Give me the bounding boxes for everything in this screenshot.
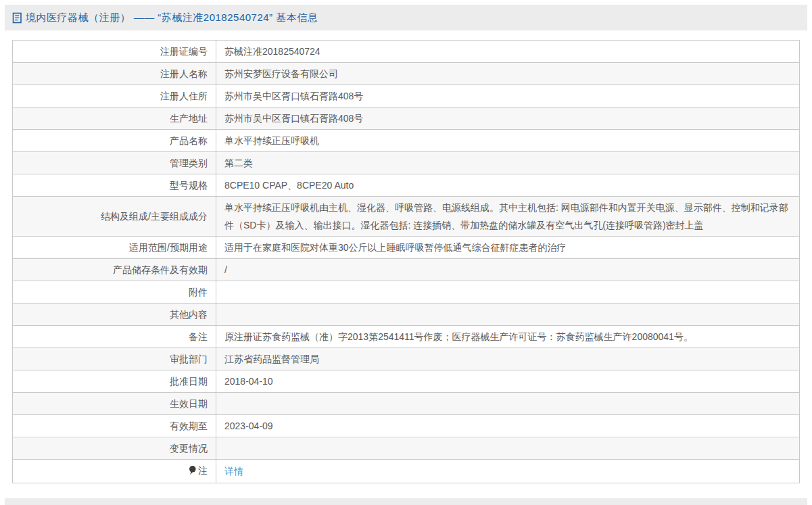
row-value: 苏州市吴中区胥口镇石胥路408号 (216, 85, 800, 107)
row-label: 变更情况 (13, 437, 216, 460)
row-label-text: 生效日期 (170, 398, 208, 409)
row-label: 注册人住所 (13, 85, 216, 107)
note-icon (188, 463, 197, 481)
table-row: 结构及组成/主要组成成分单水平持续正压呼吸机由主机、湿化器、呼吸管路、电源线组成… (13, 197, 800, 237)
content-area: 注册证编号苏械注准20182540724注册人名称苏州安梦医疗设备有限公司注册人… (5, 30, 807, 498)
row-label-text: 其他内容 (170, 309, 208, 320)
table-row: 产品名称单水平持续正压呼吸机 (13, 130, 800, 152)
row-label-text: 型号规格 (170, 180, 208, 191)
table-row: 附件 (13, 281, 800, 304)
row-label: 结构及组成/主要组成成分 (13, 197, 216, 237)
row-label: 适用范围/预期用途 (13, 237, 216, 259)
row-value-text: 8CPE10 CPAP、8CPE20 Auto (224, 180, 354, 191)
table-row: 注册人名称苏州安梦医疗设备有限公司 (13, 63, 800, 85)
row-label: 有效期至 (13, 415, 216, 437)
table-row: 审批部门江苏省药品监督管理局 (13, 348, 800, 370)
row-label-text: 管理类别 (170, 158, 208, 168)
row-value-text: 单水平持续正压呼吸机 (224, 135, 319, 146)
detail-link[interactable]: 详情 (224, 466, 243, 477)
document-icon (12, 12, 22, 24)
row-label: 管理类别 (13, 152, 216, 174)
row-label-text: 注册证编号 (160, 46, 208, 57)
row-value: 原注册证苏食药监械（准）字2013第2541411号作废；医疗器械生产许可证号：… (216, 326, 800, 348)
page-title: 境内医疗器械（注册） —— “苏械注准20182540724” 基本信息 (26, 11, 318, 24)
row-label: 附件 (13, 281, 216, 304)
page-panel: 境内医疗器械（注册） —— “苏械注准20182540724” 基本信息 注册证… (5, 5, 807, 505)
table-row: 适用范围/预期用途适用于在家庭和医院对体重30公斤以上睡眠呼吸暂停低通气综合征鼾… (13, 237, 800, 259)
row-label-text: 注册人名称 (160, 68, 208, 79)
row-label: 其他内容 (13, 304, 216, 326)
row-label-text: 审批部门 (170, 354, 208, 364)
row-value-text: 原注册证苏食药监械（准）字2013第2541411号作废；医疗器械生产许可证号：… (224, 331, 693, 342)
row-label: 批准日期 (13, 370, 216, 393)
table-row: 变更情况 (13, 437, 800, 460)
row-value (216, 304, 800, 326)
row-label: 注册证编号 (13, 41, 216, 63)
row-label-text: 结构及组成/主要组成成分 (101, 211, 208, 222)
row-value-text: 单水平持续正压呼吸机由主机、湿化器、呼吸管路、电源线组成。其中主机包括: 网电源… (224, 202, 788, 231)
row-label-text: 生产地址 (170, 113, 208, 124)
table-row: 生产地址苏州市吴中区胥口镇石胥路408号 (13, 107, 800, 130)
row-value: / (216, 259, 800, 281)
row-label: 备注 (13, 326, 216, 348)
row-value (216, 393, 800, 415)
row-value: 第二类 (216, 152, 800, 174)
table-row: 批准日期2018-04-10 (13, 370, 800, 393)
row-label-text: 注 (198, 465, 208, 476)
row-label: 产品名称 (13, 130, 216, 152)
row-value: 2023-04-09 (216, 415, 800, 437)
row-value-text: 苏州市吴中区胥口镇石胥路408号 (224, 91, 363, 101)
row-value: 苏州市吴中区胥口镇石胥路408号 (216, 107, 800, 130)
row-value-text: 江苏省药品监督管理局 (224, 354, 319, 364)
row-value-text: 苏州安梦医疗设备有限公司 (224, 68, 338, 79)
row-label: 注册人名称 (13, 63, 216, 85)
row-label-text: 产品储存条件及有效期 (113, 264, 208, 275)
row-value: 苏州安梦医疗设备有限公司 (216, 63, 800, 85)
row-value: 单水平持续正压呼吸机 (216, 130, 800, 152)
row-label-text: 批准日期 (170, 376, 208, 387)
registration-info-table: 注册证编号苏械注准20182540724注册人名称苏州安梦医疗设备有限公司注册人… (12, 40, 800, 483)
row-value: 单水平持续正压呼吸机由主机、湿化器、呼吸管路、电源线组成。其中主机包括: 网电源… (216, 197, 800, 237)
row-label: 审批部门 (13, 348, 216, 370)
row-label: 生产地址 (13, 107, 216, 130)
row-label-text: 适用范围/预期用途 (129, 242, 208, 253)
row-value-text: 适用于在家庭和医院对体重30公斤以上睡眠呼吸暂停低通气综合征鼾症患者的治疗 (224, 242, 567, 253)
row-label: 生效日期 (13, 393, 216, 415)
row-value-text: / (224, 264, 227, 275)
row-value: 详情 (216, 460, 800, 483)
row-value (216, 281, 800, 304)
page-title-bar: 境内医疗器械（注册） —— “苏械注准20182540724” 基本信息 (5, 5, 807, 30)
row-value-text: 2023-04-09 (224, 420, 273, 431)
table-row: 型号规格8CPE10 CPAP、8CPE20 Auto (13, 174, 800, 197)
table-row: 注册证编号苏械注准20182540724 (13, 41, 800, 63)
row-value-text: 2018-04-10 (224, 376, 273, 387)
table-row: 注册人住所苏州市吴中区胥口镇石胥路408号 (13, 85, 800, 107)
row-label-text: 有效期至 (170, 420, 208, 431)
row-value (216, 437, 800, 460)
row-value: 适用于在家庭和医院对体重30公斤以上睡眠呼吸暂停低通气综合征鼾症患者的治疗 (216, 237, 800, 259)
row-value: 2018-04-10 (216, 370, 800, 393)
table-row: 备注原注册证苏食药监械（准）字2013第2541411号作废；医疗器械生产许可证… (13, 326, 800, 348)
row-label: 产品储存条件及有效期 (13, 259, 216, 281)
table-row: 注详情 (13, 460, 800, 483)
row-value-text: 第二类 (224, 158, 253, 168)
row-label: 型号规格 (13, 174, 216, 197)
row-value: 江苏省药品监督管理局 (216, 348, 800, 370)
row-value: 苏械注准20182540724 (216, 41, 800, 63)
row-label: 注 (13, 460, 216, 483)
table-row: 有效期至2023-04-09 (13, 415, 800, 437)
row-value: 8CPE10 CPAP、8CPE20 Auto (216, 174, 800, 197)
table-row: 管理类别第二类 (13, 152, 800, 174)
table-row: 生效日期 (13, 393, 800, 415)
row-label-text: 变更情况 (170, 443, 208, 454)
row-label-text: 注册人住所 (160, 91, 208, 101)
row-value-text: 苏州市吴中区胥口镇石胥路408号 (224, 113, 363, 124)
table-row: 产品储存条件及有效期/ (13, 259, 800, 281)
row-label-text: 备注 (189, 331, 208, 342)
row-label-text: 附件 (189, 287, 208, 297)
row-value-text: 苏械注准20182540724 (224, 46, 320, 57)
row-label-text: 产品名称 (170, 135, 208, 146)
table-row: 其他内容 (13, 304, 800, 326)
